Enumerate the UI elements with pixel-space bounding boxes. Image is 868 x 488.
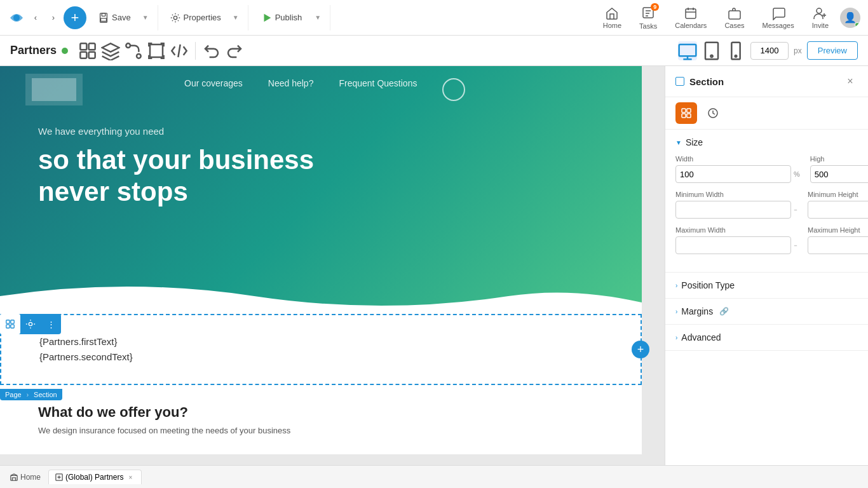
user-avatar[interactable]: 👤 — [840, 8, 860, 28]
svg-rect-28 — [687, 109, 691, 112]
save-dropdown[interactable]: ▼ — [137, 11, 154, 24]
hero-title-line2: never stops — [38, 177, 188, 207]
svg-rect-27 — [682, 109, 686, 112]
canvas-area[interactable]: Our coverages Need help? Frequent Questi… — [0, 66, 665, 465]
properties-dropdown[interactable]: ▼ — [227, 11, 244, 24]
max-height-label: Maximum Height — [808, 226, 868, 234]
margins-label: Margins — [681, 306, 713, 316]
hero-nav-links: Our coverages Need help? Frequent Questi… — [184, 78, 465, 101]
width-input-row: % — [675, 165, 800, 183]
nav-invite[interactable]: Invite — [806, 4, 835, 32]
publish-label: Publish — [275, 13, 302, 22]
publish-dropdown[interactable]: ▼ — [309, 11, 326, 24]
nav-messages[interactable]: Messages — [756, 4, 801, 32]
nav-forward-arrow[interactable]: › — [46, 10, 61, 25]
svg-rect-29 — [682, 114, 686, 118]
advanced-row[interactable]: › Advanced — [665, 325, 868, 351]
properties-button[interactable]: Properties — [165, 10, 226, 26]
nav-back-arrow[interactable]: ‹ — [28, 10, 43, 25]
top-toolbar: ‹ › + Save ▼ Properties ▼ — [0, 0, 868, 36]
code-btn[interactable] — [170, 41, 189, 60]
canvas-content: Our coverages Need help? Frequent Questi… — [0, 66, 642, 454]
size-section-body: Width % High px — [665, 155, 868, 272]
hero-nav-cta-btn[interactable] — [442, 78, 465, 101]
layers-btn[interactable] — [101, 41, 120, 60]
redo-btn[interactable] — [225, 41, 244, 60]
section-layout-btn[interactable] — [0, 314, 20, 334]
nav-messages-label: Messages — [763, 22, 794, 29]
undo-btn[interactable] — [202, 41, 221, 60]
section-settings-btn[interactable] — [20, 314, 41, 334]
position-chevron: › — [675, 282, 677, 289]
width-input[interactable] — [750, 42, 789, 60]
add-button[interactable]: + — [64, 6, 86, 29]
section-more-btn[interactable]: ⋮ — [41, 314, 61, 334]
svg-point-9 — [817, 8, 822, 13]
hero-logo-inner — [32, 78, 76, 101]
nav-cases[interactable]: Cases — [718, 4, 750, 32]
max-width-group: Maximum Width - — [675, 226, 797, 254]
svg-rect-10 — [80, 43, 86, 50]
nav-calendars[interactable]: Calendars — [668, 4, 713, 32]
section-floating-toolbar: ⋮ — [0, 314, 61, 334]
nav-link-faq[interactable]: Frequent Questions — [339, 78, 417, 101]
nav-tasks[interactable]: 9 Tasks — [633, 3, 663, 32]
nav-calendars-label: Calendars — [675, 22, 707, 29]
margins-chevron: › — [675, 308, 677, 315]
nav-link-coverages[interactable]: Our coverages — [184, 78, 243, 101]
add-section-btn[interactable]: + — [632, 341, 649, 358]
page-status-indicator — [62, 48, 68, 54]
nav-home[interactable]: Home — [597, 4, 628, 32]
width-unit: px — [794, 46, 802, 55]
bottom-tab-partners[interactable]: (Global) Partners × — [48, 470, 142, 484]
max-height-field[interactable] — [808, 236, 868, 254]
svg-point-14 — [126, 43, 130, 48]
desktop-view-btn[interactable] — [678, 41, 697, 60]
tasks-badge: 9 — [651, 3, 659, 11]
section-checkbox[interactable] — [675, 77, 684, 86]
min-width-field[interactable] — [675, 201, 791, 219]
svg-rect-12 — [80, 51, 86, 58]
min-height-field[interactable] — [808, 201, 868, 219]
publish-button[interactable]: Publish — [255, 10, 309, 26]
panel-close-btn[interactable]: × — [843, 74, 858, 89]
tab-layout[interactable] — [675, 102, 697, 124]
nav-home-label: Home — [603, 22, 621, 29]
resize-btn[interactable] — [147, 41, 166, 60]
breadcrumb-section[interactable]: Section — [29, 389, 62, 400]
text-section[interactable]: ⋮ {Partners.firstText} {Partners.secondT… — [0, 314, 642, 385]
horizontal-scrollbar[interactable] — [0, 454, 665, 459]
height-field[interactable] — [810, 165, 868, 183]
margins-row[interactable]: › Margins 🔗 — [665, 299, 868, 325]
route-btn[interactable] — [124, 41, 143, 60]
next-section: What do we offer you? We design insuranc… — [0, 385, 642, 454]
min-height-group: Minimum Height - — [808, 191, 868, 219]
bottom-home[interactable]: Home — [5, 470, 46, 484]
preview-button[interactable]: Preview — [807, 41, 858, 60]
publish-group: Publish ▼ — [251, 5, 331, 30]
size-section-header[interactable]: ▼ Size — [665, 130, 868, 155]
bottom-tab-close-btn[interactable]: × — [126, 473, 135, 482]
tab-style[interactable] — [702, 102, 724, 124]
min-width-label: Minimum Width — [675, 191, 797, 198]
position-type-row[interactable]: › Position Type — [665, 273, 868, 299]
mobile-view-btn[interactable] — [726, 41, 745, 60]
advanced-chevron: › — [675, 334, 677, 341]
width-field[interactable] — [675, 165, 791, 183]
nav-tasks-label: Tasks — [639, 22, 657, 30]
app-logo — [8, 9, 25, 27]
size-section: ▼ Size Width % High — [665, 130, 868, 273]
height-input-row: px — [810, 165, 868, 183]
max-width-field[interactable] — [675, 236, 791, 254]
save-button[interactable]: Save — [93, 10, 136, 26]
nav-link-help[interactable]: Need help? — [268, 78, 314, 101]
bottom-tab-partners-label: (Global) Partners — [65, 473, 123, 482]
svg-rect-3 — [101, 18, 107, 21]
min-width-dash: - — [794, 203, 797, 217]
max-dimensions-row: Maximum Width - Maximum Height - — [675, 226, 858, 254]
breadcrumb-page[interactable]: Page — [0, 389, 27, 400]
min-dimensions-row: Minimum Width - Minimum Height - — [675, 191, 858, 219]
svg-rect-22 — [6, 320, 10, 323]
tablet-view-btn[interactable] — [702, 41, 721, 60]
grid-view-btn[interactable] — [78, 41, 97, 60]
